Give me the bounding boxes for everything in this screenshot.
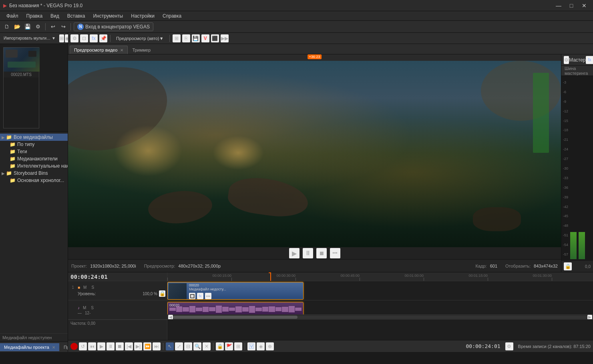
next-frame-btn[interactable]: ▶▶ — [221, 34, 229, 42]
render-button[interactable]: ⚙ — [34, 22, 42, 31]
save-button[interactable]: 💾 — [23, 22, 32, 31]
marker-btn[interactable]: 🚩 — [225, 342, 233, 350]
loop-btn[interactable]: ↺ — [79, 342, 87, 350]
tree-area: ▶ 📁 Все медиафайлы 📁 По типу 📁 Теги 📁 Ме… — [0, 132, 68, 333]
new-button[interactable]: 🗋 — [2, 22, 11, 31]
tab-trimmer[interactable]: Триммер — [128, 46, 155, 54]
video-track-lane[interactable]: 00020 Медиафайл недосту... 🔲 fx ••• — [167, 281, 593, 300]
open-button[interactable]: 📂 — [13, 22, 22, 31]
undo-button[interactable]: ↩ — [48, 22, 57, 31]
playhead[interactable] — [270, 272, 271, 281]
menu-file[interactable]: Файл — [3, 12, 22, 20]
clip-more-btn[interactable]: ••• — [205, 293, 211, 299]
tab-explorer[interactable]: Проводник — [60, 343, 68, 351]
media-thumbnail[interactable]: 00020.MTS — [3, 47, 39, 128]
timeline-ruler[interactable]: 00:00:00:00 00:00:15:00 00:00:30:00 — [167, 272, 593, 281]
clip-fx-btn[interactable]: 🔲 — [189, 293, 195, 299]
more-controls-button[interactable]: ••• — [330, 248, 340, 258]
stop-btn-bottom[interactable]: ⏹ — [116, 342, 124, 350]
menu-settings[interactable]: Настройки — [128, 12, 158, 20]
timecode-settings-btn[interactable]: ⚙ — [505, 342, 513, 350]
zoom-tool[interactable]: 🔍 — [193, 342, 201, 350]
import-media-button[interactable]: Импортировать мультимедиа... ▼ — [2, 34, 58, 43]
track-1-lock-btn[interactable]: 🔒 — [159, 290, 165, 297]
play-btn[interactable]: ▶ — [97, 342, 105, 350]
scroll-left-btn[interactable]: ◀ — [168, 315, 173, 320]
master-fx-btn[interactable]: fx — [586, 56, 593, 64]
snap-btn[interactable]: 🔒 — [216, 342, 224, 350]
save-frame-btn[interactable]: 💾 — [192, 34, 200, 42]
copy-frame-btn[interactable]: ⎘ — [182, 34, 190, 42]
master-settings-btn[interactable]: ⚙ — [564, 56, 569, 64]
record-button[interactable] — [70, 343, 78, 350]
water-shine-2 — [208, 133, 268, 173]
vegas-hub-button[interactable]: N Вход в концентратор VEGAS — [74, 22, 153, 31]
next-btn[interactable]: ⏭ — [153, 342, 161, 350]
audio-track-lane[interactable]: 00020 — [167, 300, 593, 320]
tree-item-tags[interactable]: 📁 Теги — [0, 148, 68, 155]
label-m12: -12 — [563, 106, 568, 116]
minimize-button[interactable]: — — [553, 2, 564, 10]
tree-item-media-drives[interactable]: 📁 Медианакопители — [0, 155, 68, 162]
stop-button[interactable]: ⏹ — [316, 248, 327, 258]
track-1-s-btn[interactable]: S — [90, 284, 96, 290]
envelope-tool[interactable]: ⤢ — [175, 342, 183, 350]
track-1-m-btn[interactable]: M — [82, 284, 88, 290]
preview-snap-btn[interactable]: 📌 — [99, 34, 107, 42]
more-btn-2[interactable]: ⊕ — [266, 342, 274, 350]
prev-frame-btn[interactable]: ⬛ — [211, 34, 219, 42]
tab-video-preview[interactable]: Предпросмотр видео ✕ — [70, 46, 128, 54]
maximize-button[interactable]: □ — [566, 2, 577, 10]
vegas-btn[interactable]: 🇻 — [247, 342, 255, 350]
next-frame-bottom[interactable]: ▶| — [134, 342, 142, 350]
track-2-m-btn[interactable]: M — [81, 305, 88, 311]
clip-effects-btn[interactable]: fx — [197, 293, 203, 299]
tree-item-storyboard[interactable]: ▶ 📁 Storyboard Bins — [0, 170, 68, 177]
track-2-s-btn[interactable]: S — [89, 305, 95, 311]
tree-item-by-type[interactable]: 📁 По типу — [0, 141, 68, 148]
tab-video-preview-close[interactable]: ✕ — [120, 48, 123, 52]
video-clip-1[interactable]: 00020 Медиафайл недосту... 🔲 fx ••• — [167, 282, 304, 300]
region-btn[interactable]: ⊞ — [234, 342, 242, 350]
preview-settings-btn[interactable]: ⚙ — [70, 34, 78, 42]
menu-help[interactable]: Справка — [159, 12, 185, 20]
menu-view[interactable]: Вид — [47, 12, 62, 20]
vegas-hub-label: Вход в концентратор VEGAS — [85, 24, 150, 30]
preview-split-btn[interactable]: ⊡ — [80, 34, 88, 42]
tab-project-media[interactable]: Медиафайлы проекта ✕ — [0, 343, 60, 351]
redo-button[interactable]: ↪ — [59, 22, 68, 31]
video-frame[interactable] — [68, 61, 561, 247]
menu-insert[interactable]: Вставка — [64, 12, 88, 20]
preview-mode-btn[interactable]: Предпросмотр (авто) ▼ — [113, 34, 167, 43]
close-button[interactable]: ✕ — [579, 2, 590, 10]
tree-item-main-timeline[interactable]: 📁 Основная хронолог... — [0, 177, 68, 184]
scroll-right-btn[interactable]: ▶ — [587, 315, 592, 320]
menu-tools[interactable]: Инструменты — [90, 12, 126, 20]
lock-button[interactable]: 🔒 — [564, 262, 572, 270]
fast-forward-btn[interactable]: ⏩ — [143, 342, 151, 350]
timeline-scrollbar[interactable]: ◀ ▶ — [167, 314, 593, 319]
timeline-tracks[interactable]: 00:00:00:00 00:00:15:00 00:00:30:00 — [167, 272, 593, 340]
erase-tool[interactable]: ✕ — [203, 342, 211, 350]
select-tool[interactable]: ↖ — [166, 342, 174, 350]
tree-item-all-media[interactable]: ▶ 📁 Все медиафайлы — [0, 134, 68, 141]
vegas-v-btn[interactable]: V — [201, 34, 209, 42]
left-panel: Импортировать мультимедиа... ▼ ⊞ ◉ ⊘ ✕ ⚙… — [0, 33, 68, 352]
split-tool[interactable]: ⊟ — [184, 342, 192, 350]
scrollbar-track[interactable] — [173, 316, 587, 319]
prev-btn[interactable]: ⏮ — [88, 342, 96, 350]
prev-frame-bottom[interactable]: |◀ — [125, 342, 133, 350]
menu-edit[interactable]: Правка — [23, 12, 46, 20]
view-toggle-btn[interactable]: ⊞ — [59, 34, 64, 42]
title-bar-controls[interactable]: — □ ✕ — [553, 2, 590, 10]
tree-item-smart[interactable]: 📁 Интеллектуальные нак... — [0, 162, 68, 170]
tab-project-media-close[interactable]: ✕ — [52, 345, 55, 350]
split-view-btn[interactable]: ⊞ — [173, 34, 181, 42]
pause-btn-bottom[interactable]: ⏸ — [107, 342, 115, 350]
scrollbar-thumb[interactable] — [173, 316, 298, 319]
preview-fx-btn[interactable]: fx — [90, 34, 98, 42]
play-button[interactable]: ▶ — [289, 248, 300, 258]
pause-button[interactable]: ⏸ — [303, 248, 313, 258]
label-m3: -3 — [563, 78, 568, 87]
more-btn-1[interactable]: ◈ — [257, 342, 265, 350]
